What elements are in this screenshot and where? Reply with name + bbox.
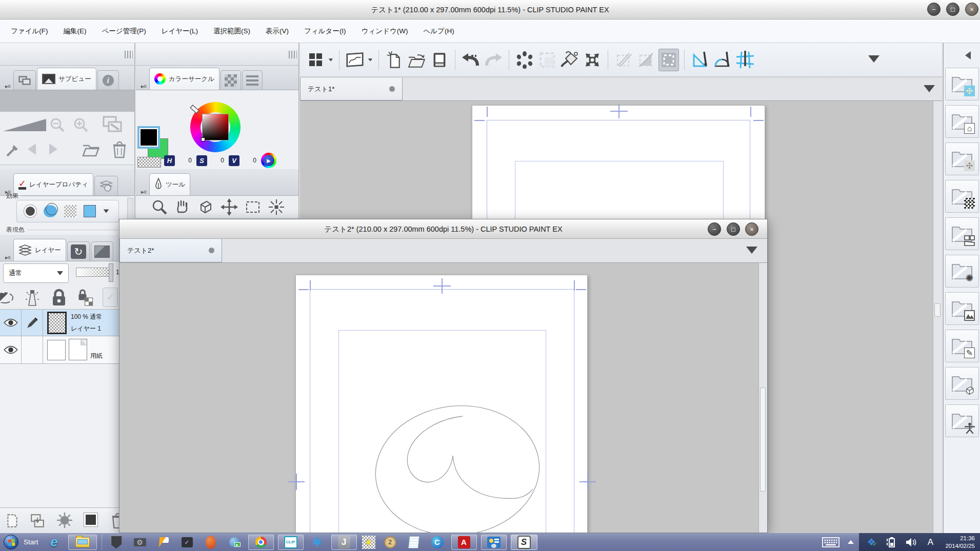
tab-layers[interactable]: レイヤー: [13, 239, 66, 261]
material-folder-manga-frame[interactable]: [945, 217, 979, 250]
taskbar-j-app-icon[interactable]: J: [331, 535, 357, 550]
clip-mask-icon[interactable]: [24, 288, 41, 308]
reference-layer-button[interactable]: ✓: [103, 288, 118, 307]
tool-hand-icon[interactable]: [174, 199, 191, 215]
menu-help[interactable]: ヘルプ(H): [415, 19, 462, 43]
panel-collapse-icon[interactable]: ▸≡: [138, 83, 149, 90]
keyboard-icon[interactable]: [822, 535, 839, 550]
taskbar-movie-tool-icon[interactable]: ▶: [226, 535, 243, 550]
canvas1-scrollbar-thumb[interactable]: [934, 303, 941, 317]
tab-subview[interactable]: サブビュー: [37, 68, 96, 90]
taskbar-vaio-icon[interactable]: ✓: [178, 535, 196, 550]
taskbar-cyberlink-icon[interactable]: C: [429, 535, 446, 550]
open-file-icon[interactable]: [407, 49, 427, 71]
effect-outline-icon[interactable]: [44, 205, 57, 217]
paper-thumbnail[interactable]: [47, 340, 66, 360]
layer-thumbnail[interactable]: [47, 312, 67, 334]
thumbnail-view-icon[interactable]: [345, 49, 365, 71]
maximize-button[interactable]: □: [946, 3, 959, 16]
menu-window[interactable]: ウィンドウ(W): [354, 19, 416, 43]
menu-edit[interactable]: 編集(E): [56, 19, 94, 43]
material-folder-edit[interactable]: ✎: [945, 330, 979, 362]
tab-list-button[interactable]: [924, 85, 935, 92]
canvas-2[interactable]: [119, 263, 758, 533]
tab-color-mixing[interactable]: ↻: [67, 241, 90, 261]
panel-collapse-icon[interactable]: ▸≡: [138, 189, 149, 195]
canvas2-scrollbar[interactable]: [758, 263, 767, 533]
window2-titlebar[interactable]: テスト2* (210.00 x 297.00mm 600dpi 11.5%) -…: [119, 219, 767, 239]
tool-selection-icon[interactable]: [245, 199, 261, 215]
taskbar-explorer-icon[interactable]: [68, 535, 97, 550]
opacity-slider-handle[interactable]: [109, 263, 113, 282]
main-color-swatch[interactable]: [137, 126, 160, 149]
save-file-icon[interactable]: [429, 49, 450, 71]
effect-layer-color-icon[interactable]: [84, 205, 96, 217]
prev-icon[interactable]: [28, 144, 36, 155]
ruler-triangle-icon[interactable]: [690, 49, 710, 71]
badge-icon[interactable]: [56, 512, 73, 528]
tool-zoom-icon[interactable]: [151, 199, 168, 215]
hue-marker[interactable]: [190, 105, 199, 113]
material-folder-image[interactable]: ⌂: [945, 105, 979, 138]
taskbar-ie-icon[interactable]: e: [46, 535, 63, 550]
taskbar-teamviewer-icon[interactable]: ✱: [309, 535, 326, 550]
window1-titlebar[interactable]: テスト1* (210.00 x 297.00mm 600dpi 11.5%) -…: [0, 0, 980, 19]
tray-expand-icon[interactable]: [846, 535, 856, 550]
tab-timeline[interactable]: [91, 241, 113, 261]
tab-tool[interactable]: ツール: [149, 173, 190, 195]
window2-close-button[interactable]: ×: [745, 222, 758, 236]
taskbar-wot-icon[interactable]: [108, 535, 125, 550]
taskbar-pixel-app-icon[interactable]: ♦: [362, 536, 375, 549]
zoom-slider[interactable]: [3, 119, 46, 131]
start-label[interactable]: Start: [24, 538, 38, 546]
doc-tab-test2[interactable]: テスト2*: [119, 239, 222, 262]
deselect-icon[interactable]: [537, 49, 557, 71]
canvas1-scrollbar[interactable]: [933, 101, 942, 533]
window2-maximize-button[interactable]: □: [727, 222, 740, 236]
tab-color-set[interactable]: [221, 70, 241, 90]
taskbar-euro-coin-icon[interactable]: 2: [382, 535, 399, 550]
effect-dropdown-icon[interactable]: [104, 209, 109, 213]
start-button[interactable]: [2, 535, 19, 550]
sv-square[interactable]: [202, 114, 229, 140]
taskbar-control-panel-icon[interactable]: [481, 535, 507, 550]
tab-list-button[interactable]: [746, 247, 757, 254]
folder-open-icon[interactable]: [82, 142, 99, 157]
new-file-icon[interactable]: [384, 49, 405, 71]
blend-mode-select[interactable]: 通常: [3, 263, 69, 283]
layer-row-2[interactable]: 用紙: [0, 336, 135, 364]
panel-collapse-icon[interactable]: ▸≡: [2, 83, 13, 90]
chevron-down-icon[interactable]: [329, 58, 333, 62]
tab-info[interactable]: i: [97, 70, 119, 90]
dropbox-icon[interactable]: ❖✔: [863, 535, 881, 550]
ime-indicator[interactable]: A: [922, 535, 939, 550]
layer-visibility-cell[interactable]: [0, 310, 22, 336]
color-history-button[interactable]: ▶: [261, 153, 276, 168]
doc-tab-test1[interactable]: テスト1*: [300, 78, 403, 100]
battery-icon[interactable]: [883, 535, 900, 550]
scatter-dots-icon[interactable]: [514, 49, 535, 71]
next-icon[interactable]: [49, 144, 57, 155]
taskbar-red-app-icon[interactable]: [202, 535, 219, 550]
fill-square-icon[interactable]: [84, 513, 97, 526]
tab-color-slider[interactable]: [242, 70, 263, 90]
window2[interactable]: テスト2* (210.00 x 297.00mm 600dpi 11.5%) -…: [119, 219, 768, 533]
effect-tone-icon[interactable]: [64, 205, 76, 217]
taskbar-adobe-reader-icon[interactable]: A: [451, 535, 477, 550]
tool-wand-icon[interactable]: [268, 198, 285, 216]
minimize-button[interactable]: −: [927, 3, 941, 16]
volume-icon[interactable]: [902, 535, 919, 550]
taskbar-csp-icon[interactable]: S: [511, 535, 537, 550]
snap-special-off-icon[interactable]: [636, 49, 656, 71]
zoom-in-icon[interactable]: [73, 117, 89, 133]
redo-icon[interactable]: [483, 49, 504, 71]
taskbar-laptop-icon[interactable]: ⚙: [131, 535, 149, 550]
panel-grip-bar[interactable]: [0, 43, 135, 66]
canvas2-scrollbar-thumb[interactable]: [760, 387, 766, 492]
taskbar-notepad-icon[interactable]: [405, 535, 423, 550]
lock-checker-icon[interactable]: [78, 289, 93, 307]
taskbar-clip-icon[interactable]: CLIP: [278, 535, 304, 550]
tool-rotate-icon[interactable]: [197, 199, 214, 215]
workspace-grid-icon[interactable]: [305, 49, 326, 71]
layer-row-1[interactable]: 100 % 通常 レイヤー 1: [0, 310, 135, 336]
